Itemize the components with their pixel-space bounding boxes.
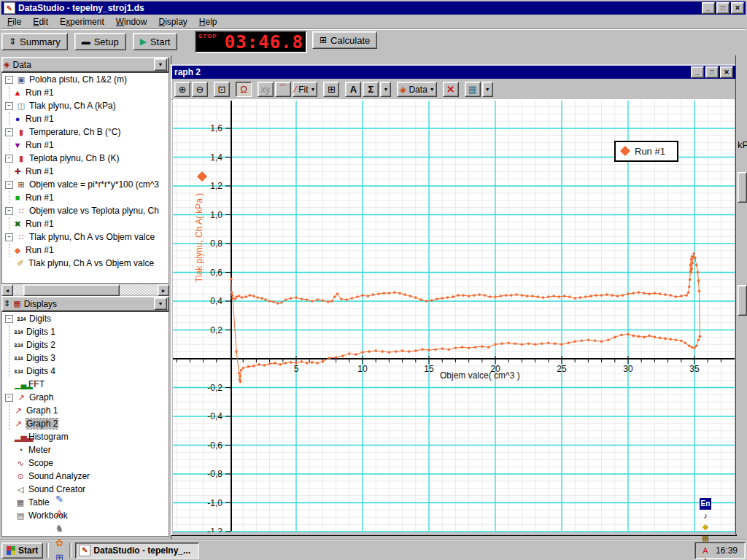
data-item-6[interactable]: −∷Tlak plynu, Ch A vs Objem valce	[2, 230, 169, 244]
run-item[interactable]: ■Run #1	[9, 191, 169, 204]
scroll-right-icon[interactable]: ►	[158, 284, 169, 296]
run-item[interactable]: ✖Run #1	[9, 217, 169, 230]
titlebar[interactable]: ✎ DataStudio - tepelny_stroj1.ds _ □ ✕	[1, 1, 746, 15]
tree-expand-icon[interactable]: −	[5, 155, 13, 163]
run-item[interactable]: ✚Run #1	[9, 165, 169, 178]
data-item-2[interactable]: −▮Temperature, Ch B (°C)	[2, 125, 169, 139]
data-item-1[interactable]: −◫Tlak plynu, Ch A (kPa)	[2, 99, 169, 112]
display-item-digits-4[interactable]: 3.14Digits 4	[9, 365, 169, 378]
tree-item-label: Table	[28, 497, 50, 508]
graph-window-titlebar[interactable]: raph 2 _ □ ✕	[172, 66, 735, 79]
graph-settings-button[interactable]: ▦	[465, 82, 481, 97]
calculate-button[interactable]: ⊞ Calculate	[312, 31, 377, 49]
tray-figure-icon[interactable]: ♟	[700, 556, 711, 560]
quicklaunch-acrobat-icon[interactable]: A	[52, 507, 66, 521]
run-item[interactable]: ◆Run #1	[9, 244, 169, 257]
display-item-meter[interactable]: ◔Meter	[2, 443, 169, 456]
display-item-graph[interactable]: −↗Graph	[2, 391, 169, 404]
menu-file[interactable]: File	[1, 15, 27, 28]
restore-icon[interactable]: □	[716, 2, 729, 14]
quicklaunch-calculator-icon[interactable]: ⊞	[52, 551, 66, 560]
tree-expand-icon[interactable]: −	[5, 102, 13, 110]
volume-icon[interactable]: ♪	[700, 510, 711, 521]
run-marker-icon: ●	[12, 114, 23, 123]
start-menu-button[interactable]: Start	[1, 542, 43, 559]
setup-button[interactable]: ▬ Setup	[74, 33, 126, 50]
chevron-down-icon[interactable]: ▼	[154, 298, 167, 310]
statistics-dropdown[interactable]: ▼	[380, 82, 391, 97]
display-item-digits-3[interactable]: 3.14Digits 3	[9, 351, 169, 365]
display-item-digits-2[interactable]: 3.14Digits 2	[9, 338, 169, 351]
display-item-digits-1[interactable]: 3.14Digits 1	[9, 325, 169, 338]
display-item-workbook[interactable]: ▤Workbook	[2, 509, 169, 522]
display-item-graph-1[interactable]: ↗Graph 1	[9, 404, 169, 417]
quicklaunch-paint-icon[interactable]: ✿	[52, 536, 66, 551]
display-item-sound-creator[interactable]: ◁Sound Creator	[2, 483, 169, 496]
tray-diamond-icon[interactable]: ◆	[700, 521, 711, 533]
statistics-button[interactable]: Σ	[363, 82, 379, 97]
xy-tool-button[interactable]: xy	[258, 82, 274, 97]
display-item-fft[interactable]: ▁▄▂FFT	[2, 378, 169, 391]
chevron-down-icon[interactable]: ▼	[154, 58, 167, 71]
text-tool-button[interactable]: A	[345, 82, 361, 97]
minimize-icon[interactable]: _	[702, 2, 715, 14]
close-icon[interactable]: ✕	[720, 66, 733, 78]
tree-expand-icon[interactable]: −	[5, 315, 13, 323]
tree-expand-icon[interactable]: −	[5, 207, 13, 215]
tree-expand-icon[interactable]: −	[5, 394, 13, 402]
displays-panel-header[interactable]: ⇕ ▦ Displays ▼	[1, 296, 169, 311]
legend[interactable]: Run #1	[615, 141, 678, 161]
quicklaunch-editor-icon[interactable]: ✎	[52, 492, 66, 507]
minimize-icon[interactable]: _	[691, 66, 704, 78]
tree-expand-icon[interactable]: −	[5, 233, 13, 241]
keyboard-layout-indicator[interactable]: En	[700, 498, 711, 510]
display-item-digits[interactable]: −3.14Digits	[2, 312, 169, 325]
splitter-icon[interactable]: ⇕	[4, 299, 10, 308]
scale-to-fit-button[interactable]: Ω	[236, 82, 252, 97]
graph-settings-dropdown[interactable]: ▼	[482, 82, 493, 97]
menu-display[interactable]: Display	[152, 15, 193, 28]
quicklaunch-3-icon[interactable]: ♞	[52, 521, 66, 536]
scrollbar-thumb[interactable]	[23, 284, 120, 296]
display-item-sound-analyzer[interactable]: ⊙Sound Analyzer	[2, 470, 169, 483]
timer-value: 03:46.8	[225, 32, 303, 52]
data-menu-button[interactable]: ◈Data▼	[397, 82, 436, 97]
menu-window[interactable]: Window	[110, 15, 153, 28]
run-item[interactable]: ▲Run #1	[9, 86, 169, 99]
smart-tool-button[interactable]: ⌒	[275, 82, 291, 97]
summary-button[interactable]: ⇕ Summary	[1, 33, 68, 50]
data-item-4[interactable]: −⊞Objem valce = pi*r*r*y*100 (cm^3	[2, 178, 169, 191]
start-button[interactable]: ▶ Start	[133, 33, 178, 50]
data-item-3[interactable]: −▮Teplota plynu, Ch B (K)	[2, 152, 169, 165]
display-item-table[interactable]: ▦Table	[2, 496, 169, 509]
tray-scheduler-icon[interactable]: ▦	[700, 533, 711, 545]
tree-expand-icon[interactable]: −	[5, 181, 13, 189]
scroll-left-icon[interactable]: ◄	[1, 284, 13, 296]
data-item-7[interactable]: ✐Tlak plynu, Ch A vs Objem valce	[2, 257, 169, 270]
zoom-out-button[interactable]: ⊖	[192, 82, 208, 97]
data-tree-hscrollbar[interactable]: ◄ ►	[1, 284, 169, 295]
tree-expand-icon[interactable]: −	[5, 128, 13, 136]
display-item-histogram[interactable]: ▂▅▃Histogram	[2, 430, 169, 443]
menu-edit[interactable]: Edit	[27, 15, 54, 28]
run-item[interactable]: ▼Run #1	[9, 139, 169, 152]
calculator-button[interactable]: ⊞	[323, 82, 339, 97]
data-panel-header[interactable]: ◈ Data ▼	[1, 57, 169, 72]
close-icon[interactable]: ✕	[731, 2, 744, 14]
scrollbar-track[interactable]	[13, 284, 158, 295]
fit-menu-button[interactable]: ∕Fit▼	[293, 82, 317, 97]
taskbar-task-datastudio[interactable]: ✎ DataStudio - tepelny_...	[75, 542, 199, 559]
tray-ati-icon[interactable]: A	[700, 545, 711, 556]
menu-help[interactable]: Help	[193, 15, 223, 28]
display-item-scope[interactable]: ∿Scope	[2, 456, 169, 470]
remove-button[interactable]: ✕	[443, 82, 459, 97]
display-item-graph-2[interactable]: ↗Graph 2	[9, 417, 169, 430]
run-item[interactable]: ●Run #1	[9, 112, 169, 125]
menu-experiment[interactable]: Experiment	[54, 15, 110, 28]
data-item-0[interactable]: −▣Poloha pistu, Ch 1&2 (m)	[2, 73, 169, 86]
zoom-select-button[interactable]: ⊡	[214, 82, 230, 97]
zoom-in-button[interactable]: ⊕	[174, 82, 190, 97]
maximize-icon[interactable]: □	[705, 66, 719, 78]
data-item-5[interactable]: −∷Objem valce vs Teplota plynu, Ch	[2, 204, 169, 217]
tree-expand-icon[interactable]: −	[5, 76, 13, 84]
